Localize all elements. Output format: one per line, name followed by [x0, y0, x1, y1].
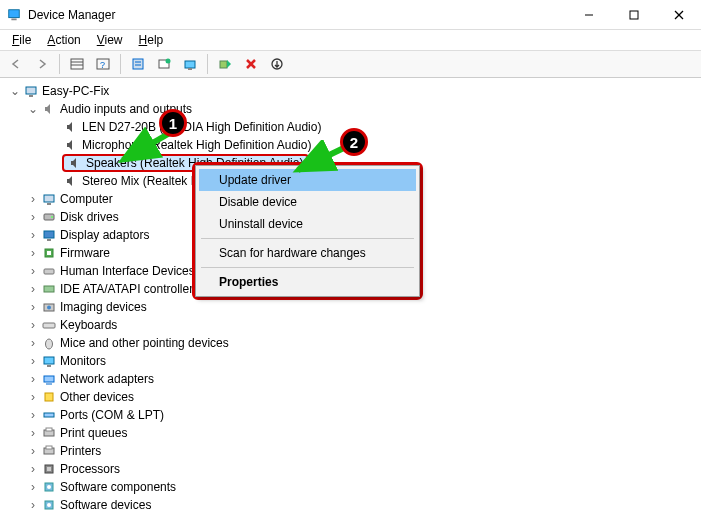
- enable-device-button[interactable]: [213, 52, 237, 76]
- tree-category[interactable]: ›Ports (COM & LPT): [8, 406, 701, 424]
- context-scan-hardware[interactable]: Scan for hardware changes: [199, 242, 416, 264]
- svg-point-37: [46, 339, 53, 349]
- tree-category[interactable]: ›Printers: [8, 442, 701, 460]
- expand-icon[interactable]: ›: [26, 406, 40, 424]
- expand-icon[interactable]: ›: [26, 190, 40, 208]
- expand-icon[interactable]: ›: [26, 262, 40, 280]
- expand-icon[interactable]: ›: [26, 370, 40, 388]
- svg-text:?: ?: [100, 60, 105, 70]
- help-button[interactable]: ?: [91, 52, 115, 76]
- svg-point-15: [166, 59, 171, 64]
- expand-icon[interactable]: ›: [26, 460, 40, 478]
- category-label: Computer: [58, 190, 113, 208]
- tree-category[interactable]: ›Print queues: [8, 424, 701, 442]
- tree-category[interactable]: ›Processors: [8, 460, 701, 478]
- speaker-icon: [40, 101, 58, 117]
- expand-icon[interactable]: ›: [26, 316, 40, 334]
- expand-icon[interactable]: ›: [26, 226, 40, 244]
- update-driver-button[interactable]: [152, 52, 176, 76]
- uninstall-device-button[interactable]: [265, 52, 289, 76]
- separator: [201, 238, 414, 239]
- svg-rect-49: [47, 467, 51, 471]
- tree-category-audio[interactable]: ⌄ Audio inputs and outputs: [8, 100, 701, 118]
- svg-point-35: [47, 306, 51, 310]
- menu-file[interactable]: File: [6, 32, 37, 48]
- maximize-button[interactable]: [611, 0, 656, 30]
- context-menu[interactable]: Update driver Disable device Uninstall d…: [195, 165, 420, 297]
- svg-rect-47: [46, 446, 52, 449]
- svg-rect-24: [44, 195, 54, 202]
- svg-rect-18: [220, 61, 227, 68]
- category-label: Monitors: [58, 352, 106, 370]
- category-label: Imaging devices: [58, 298, 147, 316]
- expand-icon[interactable]: ›: [26, 244, 40, 262]
- svg-rect-32: [44, 269, 54, 274]
- app-icon: [6, 7, 22, 23]
- category-label: Ports (COM & LPT): [58, 406, 164, 424]
- svg-point-27: [51, 216, 53, 218]
- device-icon: [40, 479, 58, 495]
- device-icon: [40, 497, 58, 513]
- show-hide-tree-button[interactable]: [65, 52, 89, 76]
- device-icon: [40, 389, 58, 405]
- tree-category[interactable]: ›Network adapters: [8, 370, 701, 388]
- svg-rect-3: [630, 11, 638, 19]
- category-label: Human Interface Devices: [58, 262, 195, 280]
- svg-rect-45: [46, 428, 52, 431]
- tree-category[interactable]: ›Monitors: [8, 352, 701, 370]
- context-uninstall-device[interactable]: Uninstall device: [199, 213, 416, 235]
- expand-icon[interactable]: ›: [26, 280, 40, 298]
- svg-rect-40: [44, 376, 54, 382]
- expand-icon[interactable]: ›: [26, 208, 40, 226]
- expand-icon[interactable]: ›: [26, 388, 40, 406]
- minimize-button[interactable]: [566, 0, 611, 30]
- tree-category[interactable]: ›Mice and other pointing devices: [8, 334, 701, 352]
- forward-button[interactable]: [30, 52, 54, 76]
- collapse-icon[interactable]: ⌄: [26, 100, 40, 118]
- device-icon: [40, 425, 58, 441]
- context-properties[interactable]: Properties: [199, 271, 416, 293]
- svg-point-51: [47, 485, 51, 489]
- svg-rect-38: [44, 357, 54, 364]
- category-label: Network adapters: [58, 370, 154, 388]
- scan-hardware-button[interactable]: [178, 52, 202, 76]
- tree-category[interactable]: ›Software components: [8, 478, 701, 496]
- back-button[interactable]: [4, 52, 28, 76]
- collapse-icon[interactable]: ⌄: [8, 82, 22, 100]
- expand-icon[interactable]: ›: [26, 496, 40, 514]
- tree-category[interactable]: ›Keyboards: [8, 316, 701, 334]
- svg-rect-1: [11, 18, 16, 20]
- close-button[interactable]: [656, 0, 701, 30]
- device-icon: [40, 407, 58, 423]
- category-label: Mice and other pointing devices: [58, 334, 229, 352]
- annotation-badge-2: 2: [340, 128, 368, 156]
- expand-icon[interactable]: ›: [26, 352, 40, 370]
- expand-icon[interactable]: ›: [26, 442, 40, 460]
- menu-help[interactable]: Help: [133, 32, 170, 48]
- speaker-icon: [62, 137, 80, 153]
- device-icon: [40, 227, 58, 243]
- svg-rect-31: [47, 251, 51, 255]
- tree-category[interactable]: ›Software devices: [8, 496, 701, 514]
- window-buttons: [566, 0, 701, 30]
- expand-icon[interactable]: ›: [26, 298, 40, 316]
- tree-category[interactable]: ›Imaging devices: [8, 298, 701, 316]
- device-icon: [40, 299, 58, 315]
- expand-icon[interactable]: ›: [26, 478, 40, 496]
- disable-device-button[interactable]: [239, 52, 263, 76]
- expand-icon[interactable]: ›: [26, 424, 40, 442]
- tree-root[interactable]: ⌄ Easy-PC-Fix: [8, 82, 701, 100]
- svg-rect-29: [47, 239, 51, 241]
- expand-icon[interactable]: ›: [26, 334, 40, 352]
- category-label: Other devices: [58, 388, 134, 406]
- svg-rect-25: [47, 203, 51, 205]
- tree-category[interactable]: ›Other devices: [8, 388, 701, 406]
- svg-rect-28: [44, 231, 54, 238]
- category-label: Display adaptors: [58, 226, 149, 244]
- context-disable-device[interactable]: Disable device: [199, 191, 416, 213]
- menu-view[interactable]: View: [91, 32, 129, 48]
- properties-button[interactable]: [126, 52, 150, 76]
- svg-rect-16: [185, 61, 195, 68]
- menu-action[interactable]: Action: [41, 32, 86, 48]
- device-icon: [40, 353, 58, 369]
